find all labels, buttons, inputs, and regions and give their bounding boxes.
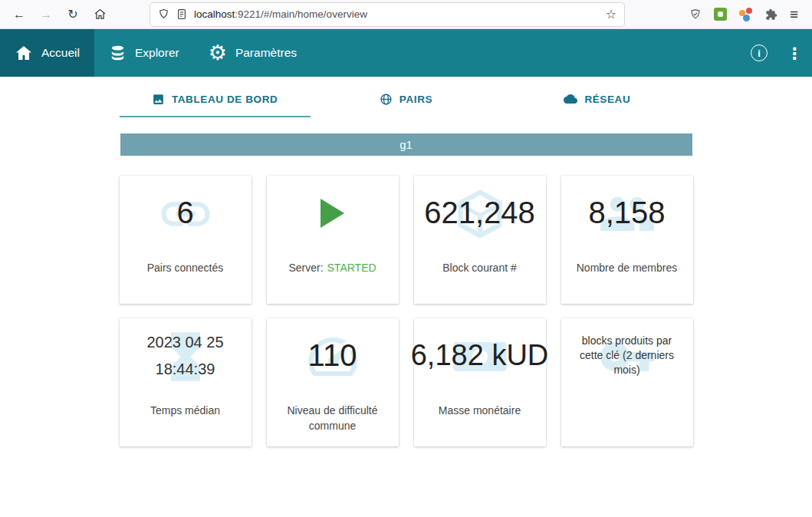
kebab-icon: ⋮ [787,45,803,61]
tracking-shield-icon[interactable] [689,8,702,21]
card-block-courant: 621,248 Block courant # [414,176,546,304]
card-server-status: Server:STARTED [267,176,399,304]
block-number-label: Block courant # [414,250,546,276]
tab-tableau-de-bord[interactable]: TABLEAU DE BORD [120,83,311,117]
page-info-icon[interactable] [176,8,187,20]
url-text: localhost:9221/#/main/home/overview [194,8,367,20]
tab-reseau[interactable]: RÉSEAU [501,83,692,117]
extension-green-icon[interactable] [714,8,727,21]
dashboard-image-icon [152,93,165,106]
difficulty-value: 110 [267,318,399,393]
server-status-text: STARTED [327,262,376,274]
server-prefix: Server: [288,262,323,274]
url-path: :9221/#/main/home/overview [235,8,367,20]
browser-window: ← → ↻ localhost:9221/#/main/home/overvie… [0,0,812,517]
info-button[interactable]: i [741,29,777,77]
reload-button[interactable]: ↻ [61,3,84,26]
browser-toolbar: ← → ↻ localhost:9221/#/main/home/overvie… [0,0,812,29]
gear-icon: ⚙ [209,43,227,64]
nav-label-accueil: Accueil [41,46,80,60]
median-time-clock: 18:44:39 [156,356,215,383]
peers-count-value: 6 [120,176,251,250]
blocks-produced-label [561,393,693,403]
tab-bar: TABLEAU DE BORD PAIRS RÉSEAU [120,83,693,117]
info-letter: i [758,48,761,59]
home-icon [94,8,107,21]
reload-icon: ↻ [67,7,77,21]
members-count-label: Nombre de membres [561,250,693,276]
navbar-spacer [311,29,741,77]
main-content: TABLEAU DE BORD PAIRS RÉSEAU g1 6 Pairs … [0,77,812,517]
shield-permissions-icon[interactable] [158,8,169,20]
app-navbar: Accueil Explorer ⚙ Paramètres i ⋮ [0,29,812,77]
nav-item-parametres[interactable]: ⚙ Paramètres [194,29,311,77]
tab-label-reseau: RÉSEAU [584,94,630,105]
tab-label-pairs: PAIRS [399,94,432,105]
blocks-produced-text: blocks produits par cette clé (2 dernier… [561,318,693,393]
median-time-date: 2023 04 25 [146,329,223,356]
monetary-mass-value: 6,182 kUD [414,318,546,393]
currency-name: g1 [399,138,413,151]
back-button[interactable]: ← [8,3,31,26]
currency-banner: g1 [120,133,692,156]
monetary-mass-label: Masse monétaire [414,393,546,419]
server-status-value [267,176,399,250]
forward-button[interactable]: → [35,3,58,26]
members-count-value: 8,158 [561,176,693,250]
forward-icon: → [40,8,52,21]
back-icon: ← [13,8,25,21]
card-nombre-membres: 8,158 Nombre de membres [561,176,693,304]
tab-label-dashboard: TABLEAU DE BORD [172,94,278,105]
median-time-value: 2023 04 25 18:44:39 [120,318,251,393]
globe-icon [380,93,393,106]
extensions-puzzle-icon[interactable] [765,8,777,21]
toolbar-extensions-area: ≡ [689,7,804,21]
database-icon [109,44,127,62]
difficulty-label: Niveau de difficulté commune [267,393,399,433]
url-bar[interactable]: localhost:9221/#/main/home/overview ☆ [150,3,624,26]
bookmark-star-icon[interactable]: ☆ [606,7,616,21]
home-button[interactable] [88,3,111,26]
menu-button[interactable]: ≡ [790,7,798,21]
dashboard-cards: 6 Pairs connectés Server:STARTED 621,248… [120,176,693,446]
cloud-icon [564,92,577,106]
card-masse-monetaire: 6,182 kUD Masse monétaire [414,318,546,446]
card-blocks-produits: blocks produits par cette clé (2 dernier… [561,318,693,446]
kebab-menu-button[interactable]: ⋮ [777,29,812,77]
card-niveau-difficulte: 110 Niveau de difficulté commune [267,318,399,446]
extension-circles-icon[interactable] [739,8,753,21]
info-icon: i [751,44,768,61]
nav-label-explorer: Explorer [135,46,179,60]
server-status-label: Server:STARTED [267,250,399,276]
nav-item-accueil[interactable]: Accueil [0,29,94,77]
play-icon [321,199,344,228]
nav-label-parametres: Paramètres [235,46,297,60]
nav-item-explorer[interactable]: Explorer [94,29,194,77]
peers-count-label: Pairs connectés [120,250,251,276]
url-host: localhost [194,8,235,20]
home-icon [15,44,33,62]
median-time-label: Temps médian [120,393,251,419]
card-temps-median: 2023 04 25 18:44:39 Temps médian [120,318,251,446]
tab-pairs[interactable]: PAIRS [311,83,501,117]
card-pairs-connectes: 6 Pairs connectés [120,176,251,304]
block-number-value: 621,248 [414,176,546,250]
